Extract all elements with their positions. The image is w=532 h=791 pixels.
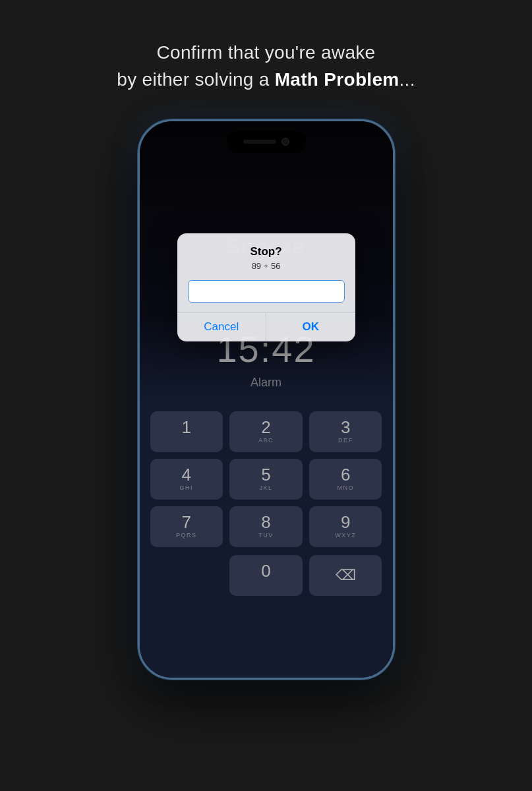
alert-overlay: Stop? 89 + 56 Cancel OK xyxy=(140,121,393,678)
alert-math-problem: 89 + 56 xyxy=(188,261,345,271)
alert-dialog: Stop? 89 + 56 Cancel OK xyxy=(177,233,355,341)
header-description: Confirm that you're awake by either solv… xyxy=(117,40,415,93)
phone-mockup: Snooze Stop? 89 + 56 Cancel OK 15:42 Ala… xyxy=(138,119,395,680)
phone-screen: Snooze Stop? 89 + 56 Cancel OK 15:42 Ala… xyxy=(140,121,393,678)
alert-cancel-button[interactable]: Cancel xyxy=(177,312,267,341)
alert-button-row: Cancel OK xyxy=(177,312,355,341)
alert-content: Stop? 89 + 56 xyxy=(177,233,355,312)
alert-answer-input[interactable] xyxy=(188,280,345,303)
alert-ok-button[interactable]: OK xyxy=(266,312,355,341)
alert-title: Stop? xyxy=(188,245,345,258)
